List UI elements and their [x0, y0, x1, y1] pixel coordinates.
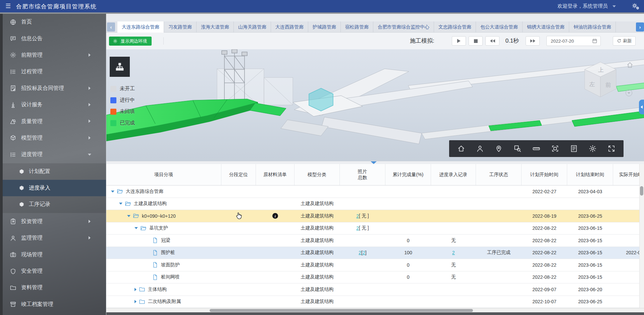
table-row[interactable]: 大连东路综合管廊2022-02-272023-04-03: [106, 186, 644, 198]
tab-project-11[interactable]: 钟油坊路综合管廊: [569, 21, 616, 33]
project-tabs: 大连东路综合管廊习友路管廊淮海大道管廊山海关路管廊大连西路管廊护城路管廊宿松路管…: [117, 21, 635, 33]
cube-face-left[interactable]: 左: [589, 81, 595, 88]
sidebar-item-plan-config[interactable]: 计划配置: [3, 163, 106, 180]
home-icon[interactable]: [457, 145, 465, 153]
horizontal-scrollbar[interactable]: [106, 308, 644, 312]
progress-record-cell: 无: [431, 259, 476, 271]
simulation-speed-value: 0.1秒: [503, 37, 521, 45]
refresh-button[interactable]: 刷新: [613, 36, 636, 46]
view-options-icon[interactable]: [626, 90, 632, 96]
tab-project-5[interactable]: 护城路管廊: [308, 21, 341, 33]
collapse-table-icon[interactable]: [371, 161, 377, 164]
sidebar-item-pre-management[interactable]: 前期管理: [3, 47, 106, 63]
sidebar-item-notice[interactable]: 信息公告: [3, 30, 106, 47]
speed-up-button[interactable]: [526, 36, 540, 46]
sidebar-item-investment-management[interactable]: 投资管理: [3, 213, 106, 230]
panel-collapse-handle[interactable]: [639, 100, 644, 114]
fast-forward-icon: [530, 39, 533, 43]
cube-face-top[interactable]: 上: [598, 67, 604, 73]
welcome-user[interactable]: 欢迎登录，系统管理员: [557, 3, 608, 9]
model-tree-button[interactable]: [110, 57, 130, 77]
sidebar-item-progress-entry[interactable]: 进度录入: [3, 180, 106, 196]
investment-icon: [10, 218, 16, 225]
count-link[interactable]: 2: [356, 213, 359, 219]
model-viewport[interactable]: 未开工进行中未回填已完成 上 左 前: [106, 49, 644, 161]
completion-cell: 0: [385, 271, 431, 283]
tab-project-7[interactable]: 合肥市管廊综合监控中心: [373, 21, 434, 33]
navigation-cube[interactable]: 上 左 前: [579, 59, 622, 103]
user-menu-caret-icon[interactable]: [612, 5, 616, 7]
tabs-scroll-left-button[interactable]: ‹: [107, 22, 115, 32]
cube-face-front[interactable]: 前: [605, 82, 611, 88]
sidebar-item-quality-management[interactable]: 质量管理: [3, 113, 106, 129]
fullscreen-icon[interactable]: [607, 145, 615, 153]
calendar-icon: [592, 38, 597, 44]
count-link[interactable]: 2: [452, 250, 455, 255]
folder-open-icon: [140, 225, 147, 231]
vertical-scrollbar[interactable]: [639, 164, 644, 308]
settings-gears-icon[interactable]: [631, 2, 640, 11]
tabs-scroll-right-button[interactable]: ›: [636, 22, 644, 32]
tree-collapse-icon[interactable]: [119, 203, 122, 205]
tree-collapse-icon[interactable]: [127, 215, 130, 217]
sidebar-item-schedule-management[interactable]: 进度管理: [3, 146, 106, 163]
count-link[interactable]: 2: [359, 250, 361, 255]
sidebar-item-supervision-management[interactable]: 监理管理: [3, 230, 106, 246]
report-icon[interactable]: [570, 145, 578, 153]
tree-expand-icon[interactable]: [135, 300, 137, 303]
table-row[interactable]: 基坑支护土建及建筑结构2 [ 无 ]2022-08-222023-06-15: [106, 222, 644, 235]
table-row[interactable]: 土建及建筑结构土建及建筑结构: [106, 198, 644, 210]
horizontal-scroll-thumb[interactable]: [210, 309, 473, 312]
pin-icon[interactable]: [495, 145, 503, 153]
slow-down-button[interactable]: [485, 36, 499, 46]
count-link[interactable]: 2: [363, 250, 365, 255]
simulation-date-picker[interactable]: 2022-07-20: [546, 36, 601, 46]
gear-icon[interactable]: [589, 145, 597, 153]
sidebar-item-safety-management[interactable]: 安全管理: [3, 263, 106, 279]
environment-gear-icon: [113, 39, 118, 44]
progress-record-cell: [431, 222, 476, 234]
sidebar-item-process-management[interactable]: 过程管理: [3, 63, 106, 80]
sidebar-item-process-record[interactable]: 工序记录: [3, 196, 106, 213]
tab-project-6[interactable]: 宿松路管廊: [341, 21, 373, 33]
tab-project-1[interactable]: 习友路管廊: [164, 21, 197, 33]
sidebar-item-bidding-contract[interactable]: 招投标及合同管理: [3, 80, 106, 97]
tab-project-2[interactable]: 淮海大道管廊: [197, 21, 234, 33]
sidebar-item-site-management[interactable]: 现场管理: [3, 246, 106, 263]
tab-project-10[interactable]: 锦绣大道综合管廊: [523, 21, 569, 33]
view-home-icon[interactable]: [626, 61, 634, 69]
tab-project-9[interactable]: 包公大道综合管廊: [476, 21, 523, 33]
person-icon[interactable]: [476, 145, 484, 153]
shield-icon: [10, 268, 16, 275]
sidebar-item-model-management[interactable]: 模型管理: [3, 130, 106, 146]
table-row[interactable]: 桩间网喷土建及建筑结构0无2022-08-222023-06-15: [106, 271, 644, 284]
count-link[interactable]: 2: [356, 225, 359, 231]
tab-project-0[interactable]: 大连东路综合管廊: [117, 21, 164, 33]
section-icon[interactable]: [551, 145, 559, 153]
vertical-scroll-thumb[interactable]: [640, 186, 643, 196]
sidebar-item-completion-archive[interactable]: 竣工档案管理: [3, 296, 106, 313]
info-icon[interactable]: i: [272, 213, 278, 219]
menu-toggle-icon[interactable]: ☰: [5, 3, 11, 9]
tab-project-8[interactable]: 文忠路综合管廊: [434, 21, 476, 33]
tab-project-4[interactable]: 大连西路管廊: [271, 21, 308, 33]
tree-collapse-icon[interactable]: [135, 227, 138, 229]
table-row[interactable]: 坡面防护土建及建筑结构0无2022-08-222023-06-15: [106, 259, 644, 271]
table-row[interactable]: 冠梁土建及建筑结构0无2022-08-222023-06-15: [106, 234, 644, 247]
tree-expand-icon[interactable]: [135, 288, 137, 291]
play-button[interactable]: [452, 36, 466, 46]
ruler-icon[interactable]: [532, 145, 540, 153]
stop-button[interactable]: [469, 36, 483, 46]
show-surroundings-button[interactable]: 显示周边环境: [109, 37, 152, 46]
sidebar-item-document-management[interactable]: 资料管理: [3, 279, 106, 296]
sidebar-item-design-service[interactable]: 设计服务: [3, 97, 106, 113]
tab-project-3[interactable]: 山海关路管廊: [234, 21, 271, 33]
cell-text: [ 无 ]: [359, 225, 369, 231]
table-row[interactable]: 二次结构及附属土建及建筑结构2022-10-072023-06-25: [106, 296, 644, 308]
sidebar-item-home[interactable]: 首页: [3, 14, 106, 30]
tree-collapse-icon[interactable]: [111, 191, 114, 193]
table-row[interactable]: 主体结构土建及建筑结构2022-09-072023-06-20: [106, 283, 644, 296]
table-row[interactable]: k0+090~k0+120i土建及建筑结构2 [ 无 ]2022-08-1920…: [106, 210, 644, 222]
table-row[interactable]: 围护桩土建及建筑结构2 [ 2 ]1002工序已完成2022-08-222023…: [106, 247, 644, 259]
box-select-icon[interactable]: [514, 145, 522, 153]
